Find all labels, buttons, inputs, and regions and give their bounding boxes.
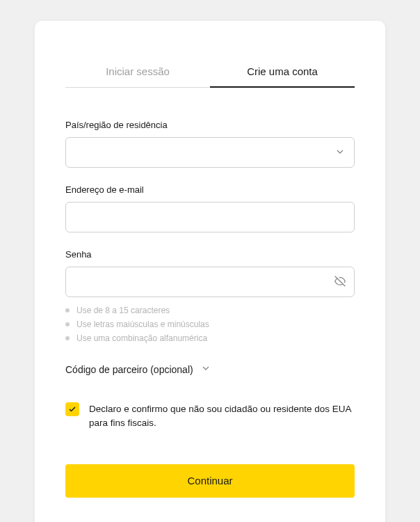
email-label: Endereço de e-mail: [65, 184, 355, 195]
signup-card: Iniciar sessão Crie uma conta País/regiã…: [35, 21, 385, 522]
password-input-wrapper: [65, 267, 355, 297]
country-select[interactable]: [65, 137, 355, 168]
continue-button-label: Continuar: [187, 475, 232, 487]
tab-signin-label: Iniciar sessão: [106, 65, 170, 77]
tab-signin[interactable]: Iniciar sessão: [65, 56, 210, 87]
chevron-down-icon: [334, 146, 346, 159]
declaration-row: Declaro e confirmo que não sou cidadão o…: [65, 402, 355, 431]
declaration-text: Declaro e confirmo que não sou cidadão o…: [89, 402, 355, 431]
chevron-down-icon: [200, 363, 211, 376]
partner-code-toggle[interactable]: Código de parceiro (opcional): [65, 363, 355, 376]
password-label: Senha: [65, 249, 355, 260]
hint-item: Use uma combinação alfanumérica: [65, 333, 355, 343]
check-icon: [68, 405, 76, 413]
email-field-group: Endereço de e-mail: [65, 184, 355, 232]
continue-button[interactable]: Continuar: [65, 464, 355, 498]
partner-code-label: Código de parceiro (opcional): [65, 364, 193, 375]
password-input[interactable]: [74, 267, 334, 296]
hint-item: Use de 8 a 15 caracteres: [65, 306, 355, 315]
password-hints: Use de 8 a 15 caracteres Use letras maiú…: [65, 306, 355, 343]
eye-off-icon[interactable]: [334, 276, 346, 289]
auth-tabs: Iniciar sessão Crie uma conta: [65, 56, 355, 88]
password-field-group: Senha Use de 8 a 15 caracteres Use letra…: [65, 249, 355, 343]
declaration-checkbox[interactable]: [65, 402, 79, 416]
country-label: País/região de residência: [65, 120, 355, 130]
hint-item: Use letras maiúsculas e minúsculas: [65, 319, 355, 329]
tab-signup[interactable]: Crie uma conta: [210, 56, 355, 87]
country-field-group: País/região de residência: [65, 120, 355, 168]
tab-signup-label: Crie uma conta: [247, 65, 318, 77]
email-input-wrapper: [65, 202, 355, 232]
email-input[interactable]: [74, 203, 346, 232]
